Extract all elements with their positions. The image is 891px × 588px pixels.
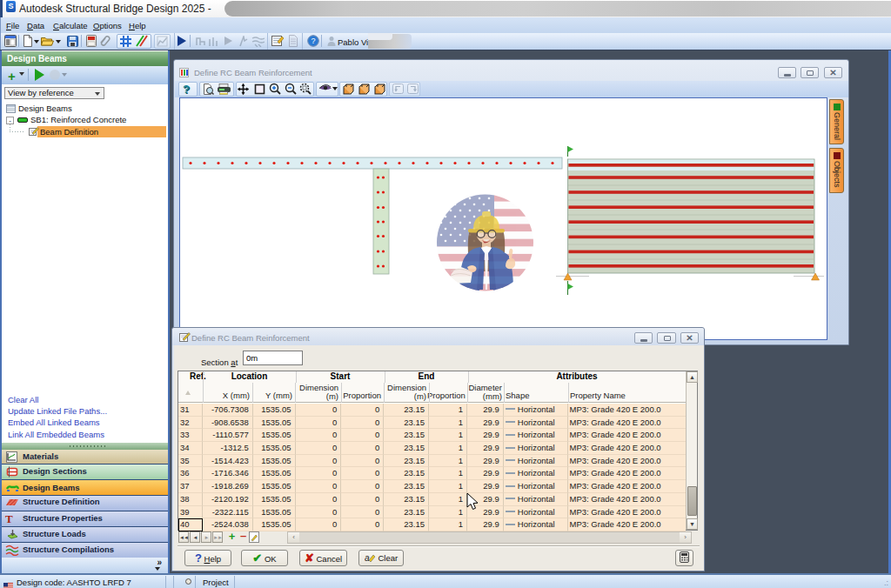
svg-text:?: ? [311,37,315,45]
svg-text:a: a [365,553,370,563]
